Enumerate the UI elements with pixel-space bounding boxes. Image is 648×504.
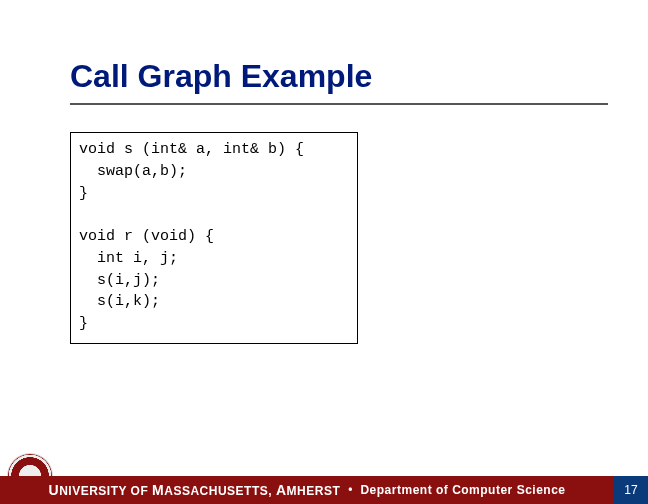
footer-main: UNIVERSITY OF MASSACHUSETTS, AMHERST • D…: [0, 476, 614, 504]
rest-mherst: MHERST: [287, 484, 341, 498]
cap-u: U: [49, 482, 60, 498]
cap-a: A: [276, 482, 287, 498]
code-line: }: [79, 315, 88, 332]
slide-title: Call Graph Example: [70, 58, 608, 105]
code-block: void s (int& a, int& b) { swap(a,b); } v…: [70, 132, 358, 344]
footer-university: UNIVERSITY OF MASSACHUSETTS, AMHERST: [49, 482, 341, 498]
footer-separator: •: [348, 483, 352, 497]
code-line: s(i,k);: [79, 293, 160, 310]
code-line: s(i,j);: [79, 272, 160, 289]
footer-department: Department of Computer Science: [360, 483, 565, 497]
code-line: int i, j;: [79, 250, 178, 267]
page-number: 17: [614, 476, 648, 504]
code-line: void s (int& a, int& b) {: [79, 141, 304, 158]
cap-m: M: [152, 482, 164, 498]
code-line: swap(a,b);: [79, 163, 187, 180]
rest-assachusetts: ASSACHUSETTS,: [164, 484, 276, 498]
slide: Call Graph Example void s (int& a, int& …: [0, 0, 648, 504]
footer-bar: UNIVERSITY OF MASSACHUSETTS, AMHERST • D…: [0, 476, 648, 504]
rest-niversity: NIVERSITY OF: [59, 484, 152, 498]
code-line: }: [79, 185, 88, 202]
code-line: void r (void) {: [79, 228, 214, 245]
